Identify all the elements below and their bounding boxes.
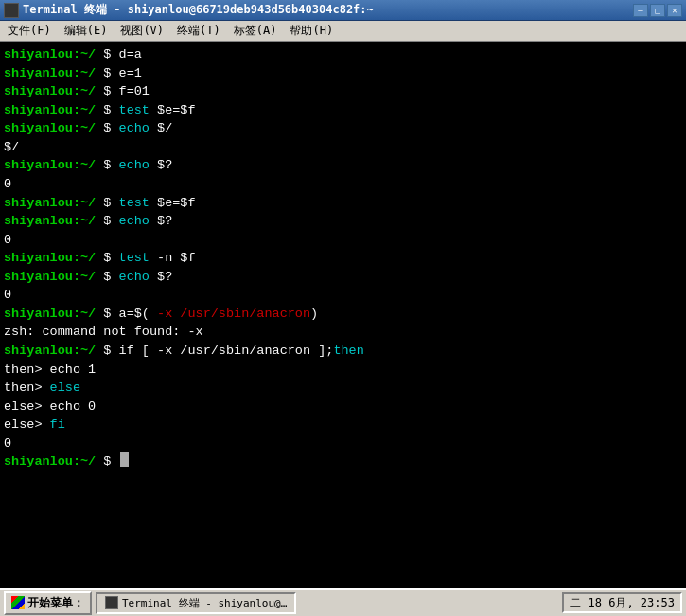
start-icon <box>11 596 25 609</box>
terminal-icon <box>4 3 19 18</box>
menu-file[interactable]: 文件(F) <box>2 21 57 41</box>
terminal-line: shiyanlou:~/ $ echo $/ <box>4 119 682 138</box>
terminal-line: shiyanlou:~/ $ d=a <box>4 45 682 64</box>
terminal-line: shiyanlou:~/ $ e=1 <box>4 64 682 83</box>
minimize-button[interactable]: — <box>633 4 648 17</box>
taskbar-clock: 二 18 6月, 23:53 <box>562 592 682 613</box>
prompt: shiyanlou:~/ $ <box>4 101 119 120</box>
terminal-line: 0 <box>4 434 682 453</box>
terminal-line: shiyanlou:~/ $ test -n $f <box>4 249 682 268</box>
taskbar: 开始菜单： Terminal 终端 - shiyanlou@… 二 18 6月,… <box>0 588 686 616</box>
menu-tabs[interactable]: 标签(A) <box>228 21 283 41</box>
start-button[interactable]: 开始菜单： <box>4 591 92 615</box>
terminal-line: shiyanlou:~/ $ echo $? <box>4 268 682 287</box>
menu-terminal[interactable]: 终端(T) <box>171 21 226 41</box>
task-label: Terminal 终端 - shiyanlou@… <box>122 596 287 610</box>
menubar: 文件(F) 编辑(E) 视图(V) 终端(T) 标签(A) 帮助(H) <box>0 21 686 42</box>
terminal-line: then> echo 1 <box>4 361 682 379</box>
terminal-line: shiyanlou:~/ $ test $e=$f <box>4 101 682 120</box>
terminal-line: else> fi <box>4 415 682 434</box>
titlebar-left: Terminal 终端 - shiyanlou@66719deb943d56b4… <box>4 2 374 18</box>
output-text: 0 <box>4 434 11 453</box>
terminal-line: zsh: command not found: -x <box>4 323 682 342</box>
taskbar-task-terminal[interactable]: Terminal 终端 - shiyanlou@… <box>96 592 296 614</box>
terminal-line: then> else <box>4 378 682 397</box>
prompt: shiyanlou:~/ $ <box>4 119 119 138</box>
prompt: shiyanlou:~/ $ <box>4 212 119 231</box>
terminal-line: shiyanlou:~/ $ test $e=$f <box>4 194 682 213</box>
terminal-line: shiyanlou:~/ $ a=$( -x /usr/sbin/anacron… <box>4 305 682 324</box>
output-text: 0 <box>4 175 11 194</box>
start-label: 开始菜单： <box>27 595 84 611</box>
terminal-line: else> echo 0 <box>4 397 682 416</box>
menu-help[interactable]: 帮助(H) <box>284 21 339 41</box>
prompt: shiyanlou:~/ $ <box>4 342 119 361</box>
task-terminal-icon <box>105 596 118 609</box>
prompt: shiyanlou:~/ $ <box>4 249 119 268</box>
terminal-line: 0 <box>4 231 682 250</box>
output-text: zsh: command not found: -x <box>4 323 203 342</box>
close-button[interactable]: ✕ <box>667 4 682 17</box>
maximize-button[interactable]: □ <box>650 4 665 17</box>
terminal-line: shiyanlou:~/ $ echo $? <box>4 156 682 175</box>
cursor <box>120 452 129 467</box>
menu-view[interactable]: 视图(V) <box>114 21 169 41</box>
terminal-line: 0 <box>4 286 682 305</box>
terminal-line: 0 <box>4 175 682 194</box>
terminal-line: $/ <box>4 138 682 157</box>
output-text: $/ <box>4 138 19 157</box>
prompt: shiyanlou:~/ $ <box>4 452 119 471</box>
prompt: shiyanlou:~/ $ <box>4 82 119 101</box>
prompt: shiyanlou:~/ $ <box>4 268 119 287</box>
prompt: shiyanlou:~/ $ <box>4 156 119 175</box>
terminal-line: shiyanlou:~/ $ if [ -x /usr/sbin/anacron… <box>4 342 682 361</box>
terminal-line: shiyanlou:~/ $ <box>4 452 682 471</box>
output-text: 0 <box>4 231 11 250</box>
titlebar-title: Terminal 终端 - shiyanlou@66719deb943d56b4… <box>23 2 374 18</box>
taskbar-left: 开始菜单： Terminal 终端 - shiyanlou@… <box>4 591 296 615</box>
prompt: shiyanlou:~/ $ <box>4 194 119 213</box>
prompt: shiyanlou:~/ $ <box>4 64 119 83</box>
titlebar: Terminal 终端 - shiyanlou@66719deb943d56b4… <box>0 0 686 21</box>
clock-display: 二 18 6月, 23:53 <box>570 595 675 611</box>
menu-edit[interactable]: 编辑(E) <box>59 21 114 41</box>
output-text: 0 <box>4 286 11 305</box>
titlebar-buttons[interactable]: — □ ✕ <box>633 4 682 17</box>
prompt: shiyanlou:~/ $ <box>4 45 119 64</box>
terminal-area[interactable]: shiyanlou:~/ $ d=ashiyanlou:~/ $ e=1shiy… <box>0 42 686 573</box>
terminal-line: shiyanlou:~/ $ echo $? <box>4 212 682 231</box>
terminal-line: shiyanlou:~/ $ f=01 <box>4 82 682 101</box>
prompt: shiyanlou:~/ $ <box>4 305 119 324</box>
